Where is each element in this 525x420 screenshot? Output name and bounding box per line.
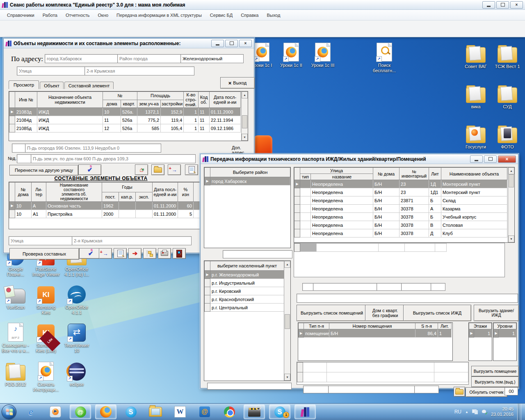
tree-view-button[interactable] bbox=[143, 248, 156, 259]
edit-document-button[interactable] bbox=[185, 164, 198, 175]
filter-lit-input[interactable] bbox=[431, 283, 445, 291]
vertical-scrollbar[interactable]: ▲ ▼ bbox=[284, 261, 290, 381]
scroll-up-icon[interactable]: ▲ bbox=[284, 261, 290, 268]
restore-button[interactable] bbox=[484, 155, 497, 163]
vertical-scrollbar[interactable]: ▲ ▼ bbox=[508, 167, 514, 242]
vertical-scrollbar[interactable]: ▲ ▼ bbox=[241, 91, 248, 141]
close-button[interactable]: × bbox=[498, 155, 516, 163]
counter-field[interactable]: 00 bbox=[504, 387, 518, 395]
desktop-icon-sud[interactable]: СУД bbox=[492, 82, 523, 110]
taskbar-media-player[interactable] bbox=[45, 405, 66, 419]
desktop-icon-openoffice[interactable]: ↗ OpenOffice 4.1.1 bbox=[61, 283, 92, 315]
scroll-down-icon[interactable]: ▼ bbox=[508, 235, 514, 242]
bottom-input-3[interactable] bbox=[414, 386, 439, 393]
scroll-thumb[interactable] bbox=[285, 314, 290, 329]
move-street-button[interactable]: Перенести на другую улицу bbox=[9, 165, 78, 176]
scroll-down-icon[interactable]: ▼ bbox=[284, 374, 290, 381]
open-folder-button[interactable] bbox=[151, 164, 164, 175]
taskbar-explorer[interactable] bbox=[145, 405, 166, 419]
table-row[interactable]: НеопределенаБ/Н 30378ДКлуб bbox=[294, 229, 507, 237]
clock[interactable]: 20:45 23.01.2016 bbox=[491, 406, 514, 417]
minimize-button[interactable] bbox=[470, 155, 483, 163]
check-components-button[interactable]: Проверка составных bbox=[9, 248, 79, 260]
desktop-icon-samsung-kies[interactable]: KI↗ Samsung Kies bbox=[30, 283, 62, 315]
map-button[interactable]: ⌂ bbox=[135, 164, 148, 175]
desktop-icon-teamviewer[interactable]: ↗ TeamViewer 10 bbox=[61, 321, 92, 354]
filter-house-input[interactable] bbox=[377, 283, 404, 291]
table-row[interactable]: ▶ помещениеБ/Н86,41 bbox=[299, 329, 452, 338]
start-button[interactable] bbox=[2, 404, 16, 419]
street-hint-field2[interactable]: Улица bbox=[9, 236, 74, 245]
unload-rooms-list-button[interactable]: Выгрузить список помещений bbox=[297, 305, 367, 321]
unload-room-button[interactable]: Выгрузить помещение bbox=[471, 366, 519, 377]
desktop-icon-uroki3[interactable]: ↗ Уроки 1с III bbox=[307, 41, 338, 68]
add-record-button[interactable]: → bbox=[168, 164, 181, 175]
extra-line1-field[interactable]: П-дь огорода 996 Озелен. 113,9 Неудобъя … bbox=[25, 144, 161, 153]
list-item[interactable]: ▶р.г. Железнодорожный bbox=[205, 271, 284, 279]
desktop-icon-pdd[interactable]: PDD.2012 bbox=[0, 360, 31, 387]
exit-door-button[interactable] bbox=[173, 248, 186, 259]
taskbar-word[interactable]: W bbox=[170, 405, 190, 419]
house-no-graphics-button[interactable]: Дом с кварт. без графики bbox=[365, 305, 405, 321]
menu-vyhod[interactable]: Выход bbox=[263, 11, 284, 19]
table-row[interactable]: ▶ 21083дИЖД10526а. 1372,1152,91 1101.11.… bbox=[9, 108, 241, 116]
edit-document-button[interactable] bbox=[114, 248, 127, 259]
taskbar-mailru-agent[interactable]: @ bbox=[194, 405, 215, 419]
menu-okno[interactable]: Окно bbox=[94, 11, 112, 19]
street-field[interactable]: 2-я Крымская bbox=[84, 66, 194, 75]
tab-obekt[interactable]: Объект bbox=[40, 82, 63, 89]
open-folder-button[interactable] bbox=[454, 387, 465, 397]
list-item[interactable]: р.г. Индустриальный bbox=[205, 279, 284, 287]
desktop-icon-skachat[interactable]: ↗ Скачать Инструкци... bbox=[30, 360, 62, 393]
unload-building-button[interactable]: Выгрузить здание/ИЖД bbox=[474, 305, 519, 321]
desktop-icon-gosuslugi[interactable]: Госуслуги bbox=[460, 123, 491, 150]
scroll-thumb[interactable] bbox=[242, 115, 247, 128]
update-icon[interactable] bbox=[482, 409, 487, 414]
taskbar-icq[interactable]: @ bbox=[70, 404, 91, 419]
export-button[interactable]: ➔ bbox=[128, 248, 142, 259]
table-row[interactable]: НеопределенаБ/Н 30378АКазарма bbox=[294, 205, 507, 213]
taskbar-chrome[interactable] bbox=[219, 405, 240, 419]
street-field2[interactable]: 2-я Крымская bbox=[72, 236, 192, 245]
desktop-icon-tsj-vest[interactable]: ТСЖ Вест 1 bbox=[492, 42, 523, 69]
menu-servis-bd[interactable]: Сервис БД bbox=[206, 11, 236, 19]
transfer-window-titlebar[interactable]: Передача информации технического паспорт… bbox=[201, 154, 518, 164]
table-row[interactable]: НеопределенаБ/Н 231Д1Монтерский пункт bbox=[294, 188, 507, 196]
s-check-button[interactable]: ✔ bbox=[78, 164, 101, 175]
bottom-input-2[interactable] bbox=[328, 386, 417, 393]
bottom-input-1[interactable] bbox=[303, 386, 331, 393]
table-row[interactable]: НеопределенаБ/Н 30378БУчебный корпус bbox=[294, 213, 507, 221]
restore-button[interactable] bbox=[496, 1, 509, 9]
table-row[interactable]: 21084дИЖД11526а 775,2119,41 1122.11.1994 bbox=[9, 116, 241, 124]
exit-button[interactable]: ×Выход bbox=[220, 77, 255, 89]
district-filter-input[interactable] bbox=[223, 250, 292, 258]
add-record-button[interactable]: → bbox=[99, 248, 112, 259]
reset-counter-button[interactable]: Обнулить счетчик bbox=[466, 387, 507, 397]
filter-inventory-input[interactable] bbox=[401, 283, 433, 291]
taskbar-scanner-app[interactable] bbox=[244, 404, 265, 419]
close-button[interactable]: × bbox=[239, 40, 252, 47]
hidden-icons-arrow[interactable]: ▲ bbox=[465, 410, 468, 414]
desktop-icon-uroki2[interactable]: ↗ Уроки 1с II bbox=[276, 41, 307, 68]
desktop-icon-eclipse[interactable]: ↗ eclipse bbox=[61, 360, 92, 387]
desktop-icon-vika[interactable]: вика bbox=[460, 82, 491, 110]
list-item[interactable]: р.г. Центральный bbox=[205, 304, 284, 312]
taskbar-internet-explorer[interactable]: e bbox=[21, 405, 41, 419]
path-input[interactable] bbox=[297, 294, 518, 303]
desktop-icon-poisk[interactable]: ↗ Поиск бесплатн... bbox=[369, 41, 400, 73]
taskbar-skype[interactable]: S bbox=[121, 405, 141, 419]
scroll-up-icon[interactable]: ▲ bbox=[242, 91, 248, 98]
minimize-button[interactable] bbox=[211, 40, 224, 47]
district-field[interactable]: Железнодорожный bbox=[180, 54, 244, 63]
menu-rabota[interactable]: Работа bbox=[39, 11, 61, 19]
close-button[interactable]: × bbox=[510, 1, 523, 9]
show-desktop-button[interactable] bbox=[517, 404, 522, 420]
taskbar-skype-2[interactable]: S1 bbox=[269, 404, 290, 419]
menu-otchetnost[interactable]: Отчетность bbox=[62, 11, 94, 19]
filter-street-input[interactable] bbox=[313, 283, 379, 291]
language-indicator[interactable]: RU bbox=[454, 409, 461, 415]
scroll-thumb[interactable] bbox=[509, 174, 514, 187]
table-row[interactable]: НеопределенаБ/Н 23871БСклад bbox=[294, 196, 507, 205]
list-item[interactable]: р.г. Краснофлотский bbox=[205, 295, 284, 304]
list-item[interactable]: р.г. Кировский bbox=[205, 287, 284, 295]
